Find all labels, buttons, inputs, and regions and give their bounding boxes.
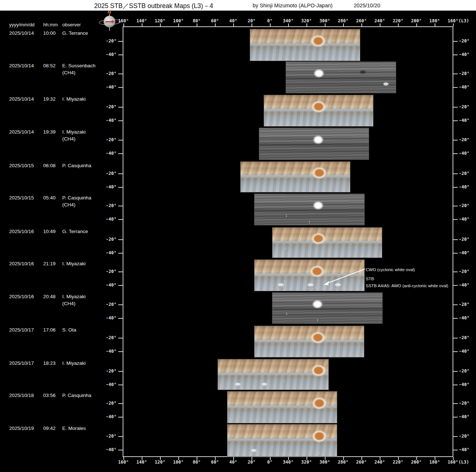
lat-tick-right	[453, 403, 458, 404]
lat-tick-left	[118, 55, 123, 55]
lat-tick-right	[453, 271, 458, 272]
lat-tick-left	[118, 173, 123, 174]
observation-time: 19:39	[43, 129, 56, 135]
lat-tick-label-right: -40°	[459, 52, 469, 57]
lat-tick-right	[453, 140, 458, 141]
lon-tick-bottom	[416, 457, 417, 460]
observation-observer: I. Miyazaki	[62, 129, 86, 135]
column-header-time: hh:mm	[43, 22, 58, 27]
lat-tick-right	[453, 338, 458, 338]
observation-time: 05:40	[43, 195, 56, 201]
lon-tick-label-bottom: 240°	[375, 460, 385, 465]
lat-tick-label-left: -20°	[99, 302, 116, 307]
lat-tick-left	[118, 153, 123, 154]
up-arrow-marker: ↑	[315, 285, 317, 290]
lon-tick-label-top: 320°	[301, 18, 312, 23]
lat-tick-label-left: -20°	[99, 203, 116, 208]
lon-tick-bottom	[215, 457, 216, 460]
lat-tick-label-left: -20°	[99, 368, 116, 374]
lon-tick-label-bottom: 260°	[356, 460, 367, 465]
lat-tick-label-left: -40°	[99, 282, 116, 288]
lon-tick-label-top: 220°	[393, 18, 404, 23]
observation-filter: (CH4)	[62, 70, 75, 75]
lon-tick-top	[325, 23, 326, 26]
great-red-spot	[310, 232, 327, 245]
lat-tick-left	[118, 120, 123, 121]
right-axis-line	[453, 26, 453, 457]
lat-tick-label-left: -40°	[99, 250, 116, 255]
jupiter-map-strip: ↓↑	[227, 424, 337, 456]
jupiter-map-strip	[259, 128, 369, 160]
lon-tick-bottom	[270, 457, 271, 460]
observation-observer: P. Casquinha	[62, 393, 91, 398]
lon-tick-label-top: 180°	[429, 18, 440, 23]
observation-time: 18:23	[43, 360, 56, 366]
lon-tick-bottom	[288, 457, 289, 460]
lat-tick-label-right: -40°	[459, 447, 469, 452]
lon-tick-label-top: 280°	[338, 18, 349, 23]
lon-tick-top	[398, 23, 399, 26]
lat-tick-left	[118, 219, 123, 220]
jupiter-map-strip: ↓↑	[241, 162, 350, 192]
lat-tick-right	[453, 239, 458, 240]
lat-tick-label-right: -40°	[459, 349, 469, 354]
lat-tick-left	[118, 338, 123, 338]
left-axis-line	[123, 26, 123, 457]
great-red-spot	[310, 100, 327, 113]
lon-tick-label-top: 60°	[211, 18, 219, 23]
lon-tick-label-top: 160°	[118, 18, 129, 23]
lon-tick-bottom	[380, 457, 380, 460]
lat-tick-label-left: -20°	[99, 335, 116, 340]
grs-methane-bright-oval	[311, 67, 327, 80]
down-arrow-marker: ↓	[283, 378, 286, 382]
lon-tick-bottom	[453, 457, 454, 460]
lon-tick-top	[123, 23, 124, 26]
observation-date: 2025/10/15	[9, 163, 34, 168]
observation-time: 10:49	[43, 229, 56, 234]
lon-tick-label-bottom: 160°	[448, 460, 458, 465]
observation-observer: I. Miyazaki	[62, 294, 86, 299]
down-arrow-marker: ↓	[286, 311, 288, 315]
lat-tick-label-right: -40°	[459, 315, 469, 321]
awo-label-a4: A4	[308, 285, 313, 291]
lat-tick-label-left: -20°	[99, 237, 116, 242]
up-arrow-marker: ↑	[308, 220, 311, 224]
lat-tick-right	[453, 385, 458, 385]
lon-tick-label-top: 300°	[320, 18, 330, 23]
down-arrow-marker: ↓	[284, 179, 287, 183]
lon-tick-label-bottom: 60°	[211, 460, 219, 465]
lon-tick-label-top: 20°	[248, 18, 256, 23]
lat-tick-right	[453, 318, 458, 319]
lat-tick-left	[118, 140, 123, 141]
header-bar: 2025 STB／SSTB outbreak Maps (L3)－4 by Sh…	[0, 0, 476, 11]
lat-tick-label-right: -40°	[459, 382, 469, 387]
lat-tick-left	[118, 271, 123, 272]
lat-tick-left	[118, 107, 123, 108]
legend-sstb: SSTB A4/A5: AWO (anti-cyclonic white ova…	[366, 284, 448, 288]
page-title: 2025 STB／SSTB outbreak Maps (L3)－4	[94, 1, 213, 10]
lat-tick-right	[453, 371, 458, 372]
great-red-spot	[311, 166, 328, 180]
lat-tick-label-right: -20°	[459, 38, 469, 44]
lon-tick-label-top: 80°	[193, 18, 201, 23]
lon-tick-label-bottom: 220°	[393, 460, 404, 465]
jupiter-map-strip	[286, 62, 396, 93]
lat-tick-label-left: -40°	[99, 315, 116, 321]
observation-time: 03:56	[43, 393, 56, 398]
lat-tick-right	[453, 74, 458, 74]
lon-tick-bottom	[178, 457, 179, 460]
lat-tick-right	[453, 153, 458, 154]
jupiter-map-strip	[264, 95, 373, 126]
lat-tick-label-left: -20°	[99, 137, 116, 142]
jupiter-map-strip: ↓↑	[272, 293, 382, 323]
observation-filter: (CH4)	[62, 301, 75, 306]
down-arrow-marker: ↓	[285, 245, 287, 250]
lat-tick-left	[118, 417, 123, 417]
lat-tick-label-left: -20°	[99, 401, 116, 406]
lat-tick-label-left: -40°	[99, 118, 116, 123]
lat-tick-left	[118, 253, 123, 254]
lon-tick-top	[270, 23, 271, 26]
grs-methane-bright-oval	[310, 133, 327, 147]
lon-tick-bottom	[197, 457, 197, 460]
equator-ring-icon	[99, 19, 121, 25]
